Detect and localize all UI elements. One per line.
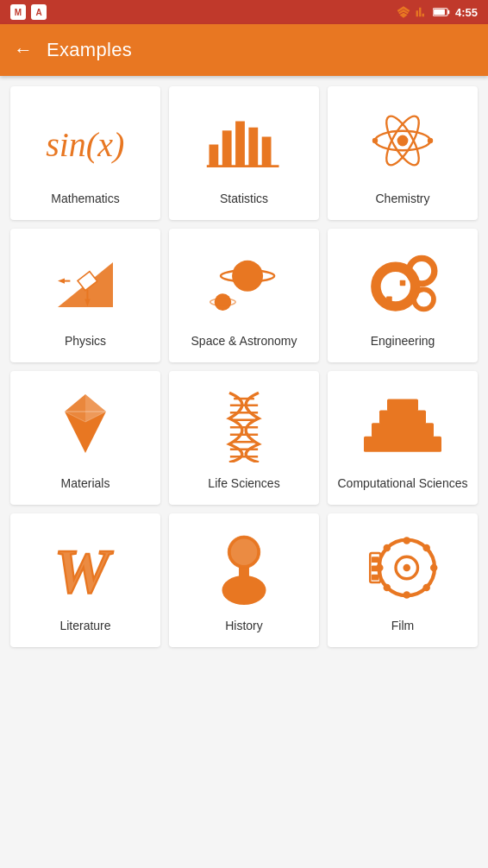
page-title: Examples: [47, 39, 132, 61]
svg-point-65: [403, 538, 410, 545]
svg-point-70: [422, 544, 430, 552]
app-icon-2: A: [31, 4, 47, 20]
svg-point-15: [372, 138, 378, 143]
card-materials[interactable]: Materials: [10, 371, 160, 505]
card-computational-sciences[interactable]: Computational Sciences: [328, 371, 478, 505]
svg-point-10: [397, 135, 409, 147]
svg-text:W: W: [54, 537, 114, 602]
svg-point-64: [403, 564, 410, 572]
literature-label: Literature: [59, 618, 110, 633]
computational-sciences-label: Computational Sciences: [338, 475, 468, 491]
svg-rect-8: [262, 137, 272, 167]
physics-label: Physics: [65, 333, 106, 349]
literature-icon: W W: [17, 527, 153, 609]
svg-text:sin(x): sin(x): [46, 126, 124, 165]
svg-point-14: [428, 138, 433, 143]
card-film[interactable]: Film: [328, 513, 478, 647]
svg-point-68: [429, 564, 437, 572]
svg-point-72: [422, 584, 430, 592]
status-bar-left: M A: [10, 4, 47, 20]
status-bar-right: 4:55: [397, 6, 478, 19]
card-physics[interactable]: Physics: [10, 229, 160, 362]
svg-rect-31: [400, 280, 406, 286]
examples-grid: sin(x) Mathematics Statistics: [0, 76, 488, 657]
time-display: 4:55: [455, 6, 478, 19]
svg-point-71: [383, 584, 391, 592]
svg-rect-2: [447, 10, 449, 14]
back-button[interactable]: ←: [14, 41, 33, 60]
materials-icon: [17, 385, 153, 467]
app-icon-1: M: [10, 4, 26, 20]
battery-icon: [433, 6, 450, 18]
svg-rect-5: [222, 131, 232, 167]
svg-point-24: [215, 294, 232, 311]
computational-icon: [335, 385, 471, 467]
card-history[interactable]: History: [169, 513, 319, 647]
card-engineering[interactable]: Engineering: [328, 229, 478, 362]
svg-rect-54: [387, 399, 418, 411]
engineering-label: Engineering: [371, 333, 435, 349]
card-literature[interactable]: W W Literature: [10, 513, 160, 647]
svg-rect-28: [386, 264, 392, 270]
svg-marker-21: [58, 279, 65, 284]
svg-rect-6: [235, 122, 245, 167]
card-life-sciences[interactable]: Life Sciences: [169, 371, 319, 505]
svg-point-58: [222, 576, 266, 605]
svg-rect-1: [434, 9, 445, 15]
space-icon: [176, 242, 312, 324]
svg-rect-74: [371, 557, 379, 563]
svg-point-66: [403, 592, 410, 600]
history-label: History: [225, 618, 263, 633]
life-sciences-label: Life Sciences: [208, 475, 279, 491]
chemistry-icon: [335, 100, 471, 182]
card-mathematics[interactable]: sin(x) Mathematics: [10, 86, 160, 220]
space-astronomy-label: Space & Astronomy: [191, 333, 297, 349]
svg-rect-4: [210, 145, 219, 167]
statistics-icon: [176, 100, 312, 182]
life-sciences-icon: [176, 385, 312, 467]
svg-rect-30: [373, 280, 379, 286]
svg-rect-53: [379, 410, 426, 424]
film-label: Film: [391, 618, 414, 633]
svg-point-61: [231, 538, 258, 565]
film-icon: [335, 527, 471, 609]
history-icon: [176, 527, 312, 609]
svg-point-33: [417, 267, 426, 276]
wifi-icon: [397, 6, 410, 18]
card-chemistry[interactable]: Chemistry: [328, 86, 478, 220]
svg-point-69: [383, 544, 391, 552]
svg-rect-51: [364, 437, 441, 452]
mathematics-icon: sin(x): [17, 100, 153, 182]
svg-point-35: [420, 296, 427, 303]
svg-rect-52: [372, 423, 434, 437]
card-space-astronomy[interactable]: Space & Astronomy: [169, 229, 319, 362]
svg-rect-29: [386, 297, 392, 303]
card-statistics[interactable]: Statistics: [169, 86, 319, 220]
statistics-label: Statistics: [220, 191, 268, 206]
engineering-icon: [335, 242, 471, 324]
physics-icon: [17, 242, 153, 324]
mathematics-label: Mathematics: [51, 191, 119, 206]
materials-label: Materials: [61, 475, 110, 491]
signal-icon: [416, 6, 428, 18]
svg-point-23: [232, 261, 263, 292]
svg-rect-76: [371, 575, 379, 581]
svg-rect-7: [248, 128, 258, 167]
app-header: ← Examples: [0, 24, 488, 76]
svg-rect-75: [371, 566, 379, 572]
status-bar: M A 4:55: [0, 0, 488, 24]
chemistry-label: Chemistry: [375, 191, 429, 206]
